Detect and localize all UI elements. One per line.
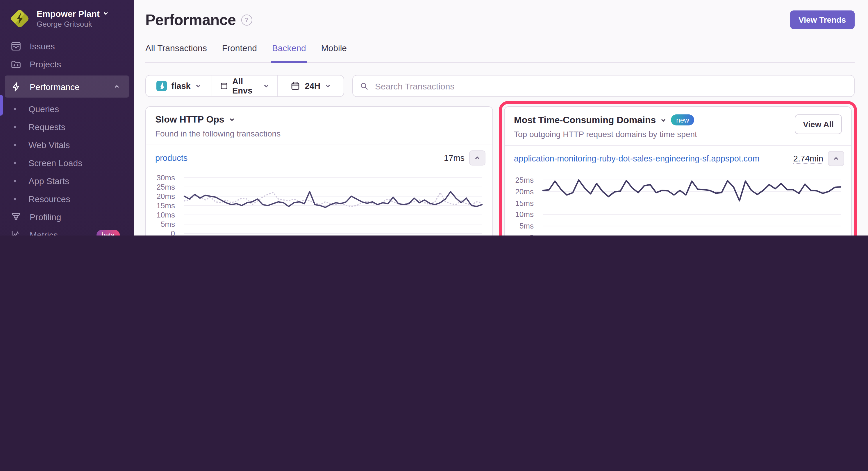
search-box [352, 75, 855, 97]
sidebar-item-screen-loads[interactable]: Screen Loads [0, 154, 134, 172]
slow-http-ops-chart: 30ms25ms20ms15ms10ms5ms0 [146, 170, 492, 236]
projects-icon [10, 59, 22, 70]
sidebar-item-profiling[interactable]: Profiling [0, 208, 134, 226]
sidebar-item-queries[interactable]: Queries [0, 100, 134, 118]
sidebar-item-resources[interactable]: Resources [0, 190, 134, 208]
filter-group: flask All Envs 24H [145, 75, 344, 97]
issues-icon [10, 41, 22, 52]
search-icon [360, 81, 369, 90]
sidebar-item-requests[interactable]: Requests [0, 118, 134, 136]
date-range-filter[interactable]: 24H [278, 75, 344, 96]
chevron-down-icon [229, 117, 235, 123]
tab-all-transactions[interactable]: All Transactions [145, 43, 207, 62]
sidebar: Empower Plant George Gritsouk Issues Pro… [0, 0, 134, 236]
products-link[interactable]: products [155, 153, 187, 163]
sidebar-item-issues[interactable]: Issues [0, 37, 134, 55]
bullet-icon [14, 180, 16, 182]
domains-title[interactable]: Most Time-Consuming Domains new [514, 114, 697, 126]
org-name: Empower Plant [37, 8, 109, 18]
project-filter[interactable]: flask [146, 75, 211, 96]
domains-chart: 25ms20ms15ms10ms5ms0 [505, 171, 851, 236]
collapse-row-button[interactable] [469, 150, 486, 166]
view-trends-button[interactable]: View Trends [790, 10, 855, 29]
bullet-icon [14, 162, 16, 164]
view-all-button[interactable]: View All [795, 114, 842, 134]
org-user: George Gritsouk [37, 20, 92, 28]
tab-frontend[interactable]: Frontend [222, 43, 257, 62]
page-help-icon[interactable]: ? [241, 14, 252, 25]
metrics-icon [10, 229, 22, 236]
chevron-down-icon [325, 83, 331, 89]
org-logo-icon [9, 8, 30, 29]
calendar-icon [291, 81, 300, 91]
chevron-down-icon [660, 117, 666, 123]
flask-project-icon [156, 81, 167, 91]
chevron-up-icon [114, 83, 120, 90]
collapse-row-button[interactable] [828, 151, 844, 166]
org-switcher[interactable]: Empower Plant George Gritsouk [0, 0, 134, 29]
bullet-icon [14, 198, 16, 200]
search-input[interactable] [374, 80, 847, 92]
tab-backend[interactable]: Backend [272, 43, 306, 62]
page-title: Performance [145, 11, 236, 29]
environment-filter[interactable]: All Envs [211, 75, 277, 96]
chevron-down-icon [103, 10, 109, 16]
slow-http-ops-subtitle: Found in the following transactions [155, 129, 483, 138]
domains-subtitle: Top outgoing HTTP request domains by tim… [514, 130, 697, 139]
sidebar-item-projects[interactable]: Projects [0, 55, 134, 73]
chevron-down-icon [195, 83, 201, 89]
most-time-consuming-domains-card: Most Time-Consuming Domains new Top outg… [504, 106, 852, 236]
main-content: Performance ? View Trends All Transactio… [134, 0, 868, 236]
bullet-icon [14, 108, 16, 110]
domain-time-spent: 2.74min [793, 154, 823, 164]
performance-icon [10, 81, 22, 92]
tab-bar: All Transactions Frontend Backend Mobile [145, 43, 855, 63]
sidebar-item-metrics[interactable]: Metrics beta [0, 226, 134, 236]
app-window: Empower Plant George Gritsouk Issues Pro… [0, 0, 868, 236]
chevron-down-icon [264, 83, 270, 89]
domain-row: application-monitoring-ruby-dot-sales-en… [505, 146, 851, 171]
envs-icon [220, 81, 227, 91]
active-nav-accent [0, 95, 3, 115]
sidebar-nav: Issues Projects Performance Queries Requ… [0, 37, 134, 236]
sidebar-item-performance[interactable]: Performance [5, 75, 129, 98]
domain-link[interactable]: application-monitoring-ruby-dot-sales-en… [514, 154, 760, 163]
slow-http-ops-title[interactable]: Slow HTTP Ops [155, 114, 483, 125]
new-badge: new [671, 114, 694, 126]
tab-mobile[interactable]: Mobile [321, 43, 347, 62]
sidebar-item-app-starts[interactable]: App Starts [0, 172, 134, 190]
products-duration: 17ms [444, 153, 465, 163]
slow-http-ops-card: Slow HTTP Ops Found in the following tra… [145, 106, 493, 236]
bullet-icon [14, 126, 16, 128]
bullet-icon [14, 144, 16, 146]
sidebar-item-web-vitals[interactable]: Web Vitals [0, 136, 134, 154]
transaction-row-products: products 17ms [146, 145, 492, 170]
beta-badge: beta [96, 230, 120, 236]
profiling-icon [10, 211, 22, 223]
